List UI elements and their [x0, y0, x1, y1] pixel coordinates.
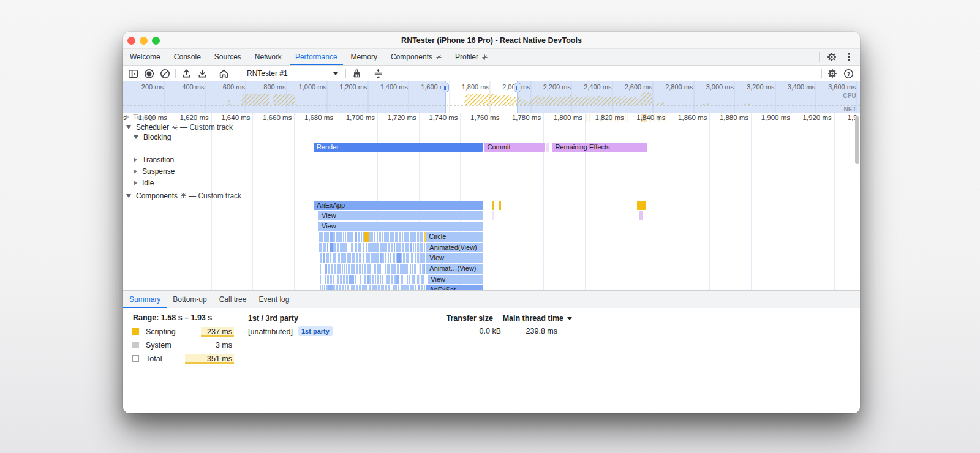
flame-micro-node[interactable]: [386, 232, 389, 242]
flame-micro-node[interactable]: [410, 232, 413, 242]
flame-micro-node[interactable]: [320, 264, 321, 274]
details-tab-event-log[interactable]: Event log: [252, 291, 295, 308]
flame-micro-node[interactable]: [377, 232, 378, 242]
flame-micro-node[interactable]: [356, 264, 358, 274]
flame-micro-node[interactable]: [424, 264, 426, 274]
flame-micro-node[interactable]: [424, 285, 425, 290]
flame-micro-node[interactable]: [363, 243, 365, 253]
legend-swatch[interactable]: [132, 342, 139, 348]
flame-micro-node[interactable]: [337, 243, 340, 253]
flame-micro-node[interactable]: [391, 275, 393, 285]
window-titlebar[interactable]: RNTester (iPhone 16 Pro) - React Native …: [123, 32, 860, 49]
flame-micro-node[interactable]: [374, 232, 375, 242]
flame-micro-node[interactable]: [359, 253, 361, 263]
flame-micro-node[interactable]: [363, 253, 364, 263]
flame-micro-node[interactable]: [372, 285, 374, 290]
minimize-window-button[interactable]: [140, 37, 148, 45]
flame-micro-node[interactable]: [380, 253, 382, 263]
flame-micro-node[interactable]: [398, 285, 400, 290]
flame-micro-node[interactable]: [355, 243, 357, 253]
table-row-name[interactable]: [unattributed]1st party: [248, 327, 333, 337]
flame-micro-node[interactable]: [320, 253, 322, 263]
flame-micro-node[interactable]: [396, 243, 398, 253]
flame-micro-node[interactable]: [388, 285, 390, 290]
flame-micro-node[interactable]: [334, 253, 337, 263]
target-select[interactable]: RNTester #1: [241, 67, 343, 80]
zoom-window-button[interactable]: [152, 37, 160, 45]
flame-node-view[interactable]: View: [318, 222, 483, 231]
flame-micro-node[interactable]: [388, 243, 390, 253]
flame-micro-node[interactable]: [377, 264, 379, 274]
flame-micro-node[interactable]: [349, 275, 352, 285]
flame-micro-node[interactable]: [364, 275, 366, 285]
flame-micro-node[interactable]: [379, 232, 381, 242]
flame-micro-node[interactable]: [330, 253, 331, 263]
flame-micro-node[interactable]: [336, 232, 339, 242]
flame-node-circle[interactable]: Circle: [426, 232, 483, 242]
flame-micro-node[interactable]: [412, 285, 414, 290]
flame-micro-node[interactable]: [320, 275, 321, 285]
flame-micro-node[interactable]: [420, 253, 422, 263]
flame-micro-node[interactable]: [412, 264, 414, 274]
flame-micro-node[interactable]: [374, 253, 377, 263]
flame-micro-node[interactable]: [353, 285, 355, 290]
legend-swatch[interactable]: [132, 355, 139, 362]
flame-micro-node[interactable]: [330, 232, 332, 242]
flame-micro-node[interactable]: [342, 285, 344, 290]
event-render[interactable]: Render: [314, 143, 483, 152]
flame-micro-node[interactable]: [327, 243, 328, 253]
flame-micro-node[interactable]: [353, 264, 355, 274]
flame-micro-node[interactable]: [340, 275, 342, 285]
flame-node-anexset[interactable]: AnExSet: [426, 285, 483, 290]
flame-micro-node[interactable]: [358, 232, 360, 242]
flame-micro-node[interactable]: [330, 285, 333, 290]
flame-micro-node[interactable]: [418, 264, 419, 274]
flame-micro-node[interactable]: [405, 264, 408, 274]
settings-gear-icon[interactable]: [824, 50, 839, 64]
flame-micro-node[interactable]: [320, 285, 322, 290]
flame-node-anexapp[interactable]: AnExApp: [314, 201, 483, 211]
flame-micro-node[interactable]: [339, 264, 341, 274]
flame-micro-node[interactable]: [393, 232, 395, 242]
flame-mark[interactable]: [492, 201, 494, 211]
flame-micro-node[interactable]: [380, 275, 381, 285]
flame-micro-node[interactable]: [382, 243, 384, 253]
flame-micro-node[interactable]: [394, 243, 395, 253]
flame-micro-node[interactable]: [421, 275, 423, 285]
flame-micro-node[interactable]: [386, 275, 388, 285]
garbage-brush-icon[interactable]: [349, 66, 364, 81]
flame-micro-node[interactable]: [385, 285, 387, 290]
event-commit[interactable]: Commit: [484, 143, 545, 152]
flame-micro-node[interactable]: [351, 264, 353, 274]
flame-micro-node[interactable]: [360, 275, 361, 285]
flame-micro-node[interactable]: [355, 232, 357, 242]
flame-micro-node[interactable]: [374, 264, 376, 274]
flame-micro-node[interactable]: [347, 285, 349, 290]
flame-micro-node[interactable]: [366, 243, 368, 253]
flame-micro-node[interactable]: [346, 264, 348, 274]
flame-micro-node[interactable]: [402, 285, 404, 290]
flame-micro-node[interactable]: [324, 232, 326, 242]
flame-micro-node[interactable]: [382, 232, 383, 242]
flame-micro-node[interactable]: [407, 232, 409, 242]
track-scheduler[interactable]: Scheduler— Custom track: [126, 123, 233, 132]
flame-micro-node[interactable]: [368, 253, 370, 263]
flame-micro-node[interactable]: [319, 243, 322, 253]
flame-micro-node[interactable]: [356, 285, 358, 290]
flame-micro-node[interactable]: [414, 264, 417, 274]
flame-micro-node[interactable]: [407, 275, 408, 285]
flame-micro-node[interactable]: [369, 232, 371, 242]
download-profile-icon[interactable]: [194, 66, 210, 81]
flame-micro-node[interactable]: [328, 285, 330, 290]
flame-micro-node[interactable]: [395, 232, 398, 242]
flame-micro-node[interactable]: [399, 232, 401, 242]
flame-micro-node[interactable]: [356, 253, 358, 263]
flame-micro-node[interactable]: [337, 275, 339, 285]
flame-micro-node[interactable]: [351, 285, 353, 290]
flame-micro-node[interactable]: [347, 232, 350, 242]
flame-micro-node[interactable]: [417, 253, 419, 263]
flame-micro-node[interactable]: [406, 253, 409, 263]
flame-micro-node[interactable]: [393, 285, 394, 290]
flame-micro-node[interactable]: [352, 232, 353, 242]
flame-micro-node[interactable]: [413, 243, 414, 253]
